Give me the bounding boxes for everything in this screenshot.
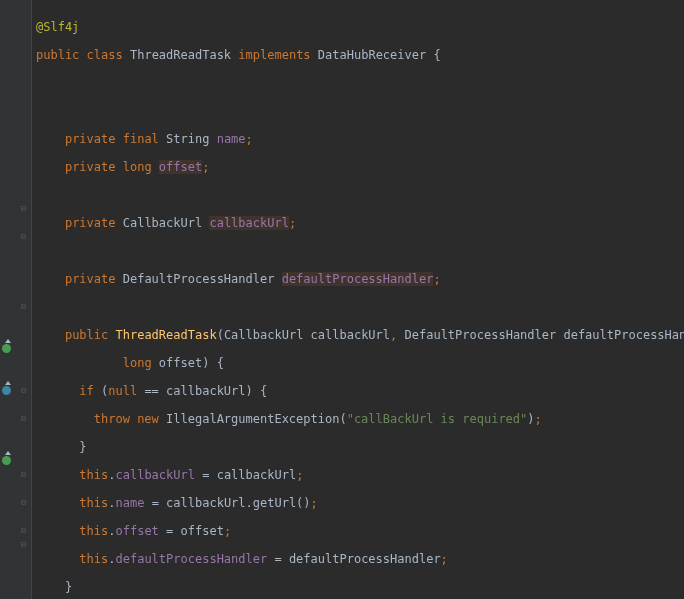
params: offset) { — [152, 356, 224, 370]
class-name: ThreadReadTask — [130, 48, 231, 62]
dot: . — [108, 468, 115, 482]
kw: private — [65, 132, 116, 146]
txt: == callbackUrl) { — [137, 384, 267, 398]
kw: implements — [238, 48, 310, 62]
ctor: ThreadReadTask — [116, 328, 217, 342]
semi: ; — [246, 132, 253, 146]
fold-marker[interactable]: ⊟ — [21, 524, 29, 532]
semi: ; — [441, 552, 448, 566]
string: "callBackUrl is required" — [347, 412, 528, 426]
type: String — [166, 132, 209, 146]
kw: final — [123, 132, 159, 146]
fold-marker[interactable]: ⊟ — [21, 496, 29, 504]
field: defaultProcessHandler — [116, 552, 268, 566]
semi: ; — [535, 412, 542, 426]
kw: if — [79, 384, 93, 398]
override-marker-icon[interactable] — [2, 342, 12, 352]
fold-marker[interactable]: ⊟ — [21, 300, 29, 308]
fold-marker[interactable]: ⊟ — [21, 468, 29, 476]
dot: . — [108, 524, 115, 538]
dot: . — [108, 552, 115, 566]
dot: . — [108, 496, 115, 510]
kw: long — [123, 160, 152, 174]
override-marker-icon[interactable] — [2, 454, 12, 464]
field-hl: defaultProcessHandler — [282, 272, 434, 286]
override-marker-icon[interactable] — [2, 384, 12, 394]
type: DefaultProcessHandler — [123, 272, 275, 286]
txt: ( — [94, 384, 108, 398]
txt: = callbackUrl.getUrl() — [144, 496, 310, 510]
semi: ; — [289, 216, 296, 230]
fold-marker[interactable]: ⊟ — [21, 412, 29, 420]
kw: private — [65, 216, 116, 230]
semi: ; — [311, 496, 318, 510]
kw: this — [79, 552, 108, 566]
kw: class — [87, 48, 123, 62]
kw: this — [79, 496, 108, 510]
params: (CallbackUrl callbackUrl — [217, 328, 390, 342]
semi: ; — [202, 160, 209, 174]
brace: } — [65, 580, 72, 594]
semi: ; — [296, 468, 303, 482]
fold-marker[interactable]: ⊟ — [21, 230, 29, 238]
editor-gutter: ⊟ ⊟ ⊟ ⊟ ⊟ ⊟ ⊟ ⊟ ⊟ — [0, 0, 32, 599]
fold-marker[interactable]: ⊟ — [21, 202, 29, 210]
kw: throw new — [94, 412, 159, 426]
annotation: @Slf4j — [36, 20, 79, 34]
field-hl: callbackUrl — [209, 216, 288, 230]
fold-marker[interactable]: ⊟ — [21, 538, 29, 546]
txt: ) — [527, 412, 534, 426]
field: name — [116, 496, 145, 510]
semi: ; — [224, 524, 231, 538]
code-editor[interactable]: @Slf4j public class ThreadReadTask imple… — [32, 0, 684, 599]
kw: long — [123, 356, 152, 370]
kw: private — [65, 272, 116, 286]
semi: ; — [433, 272, 440, 286]
kw: public — [65, 328, 108, 342]
kw: public — [36, 48, 79, 62]
type: CallbackUrl — [123, 216, 202, 230]
brace: } — [79, 440, 86, 454]
txt: = offset — [159, 524, 224, 538]
kw: this — [79, 524, 108, 538]
txt: = defaultProcessHandler — [267, 552, 440, 566]
fold-marker[interactable]: ⊟ — [21, 384, 29, 392]
field: offset — [116, 524, 159, 538]
txt: DataHubReceiver { — [318, 48, 441, 62]
kw: this — [79, 468, 108, 482]
field: callbackUrl — [116, 468, 195, 482]
kw: null — [108, 384, 137, 398]
params: DefaultProcessHandler defaultProcessHand… — [397, 328, 684, 342]
field-hl: offset — [159, 160, 202, 174]
txt: = callbackUrl — [195, 468, 296, 482]
field: name — [217, 132, 246, 146]
txt: IllegalArgumentException( — [159, 412, 347, 426]
kw: private — [65, 160, 116, 174]
